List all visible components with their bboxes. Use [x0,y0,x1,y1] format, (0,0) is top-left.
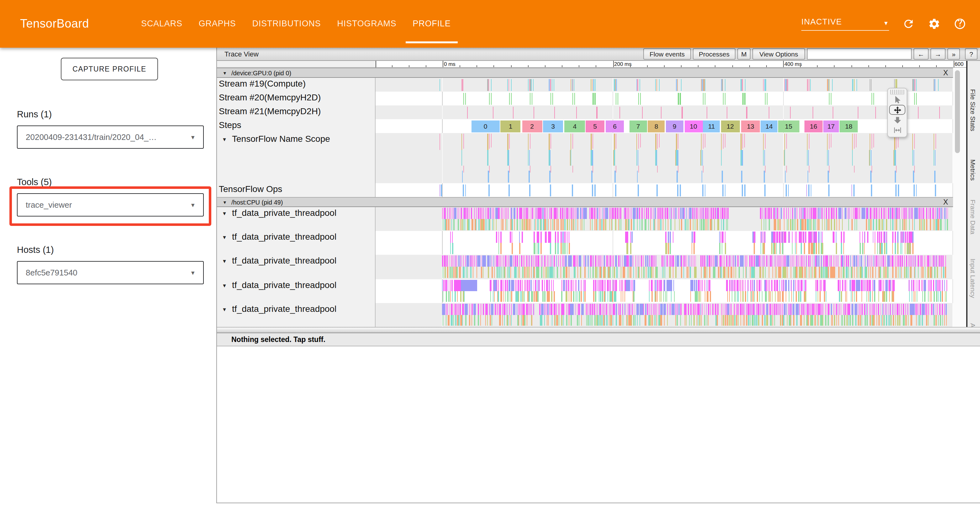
trace-event[interactable] [851,291,851,302]
trace-event[interactable] [854,291,854,302]
trace-event[interactable] [477,256,480,267]
trace-event[interactable] [527,304,528,315]
trace-event[interactable] [706,219,707,230]
trace-event[interactable] [535,256,537,267]
trace-event[interactable] [920,304,921,315]
trace-event[interactable] [593,92,593,104]
trace-event[interactable] [935,315,936,326]
trace-event[interactable] [491,92,492,104]
trace-event[interactable] [707,208,709,219]
trace-event[interactable] [886,291,888,302]
trace-event[interactable] [824,279,825,291]
trace-event[interactable] [728,267,730,278]
trace-event[interactable] [901,267,902,278]
trace-event[interactable] [705,92,705,104]
trace-event[interactable] [729,279,730,291]
trace-event[interactable] [445,279,447,291]
trace-event[interactable] [448,219,449,230]
trace-event[interactable] [541,304,544,315]
trace-event[interactable] [726,279,728,291]
trace-event[interactable] [758,304,759,315]
trace-event[interactable] [935,279,937,291]
trace-event[interactable] [788,279,789,291]
trace-event[interactable] [574,304,576,315]
trace-event[interactable] [555,208,557,219]
trace-event[interactable] [656,79,657,91]
trace-event[interactable] [808,267,809,278]
trace-event[interactable] [507,256,508,267]
trace-event[interactable] [638,92,639,104]
trace-event[interactable] [533,291,535,302]
trace-event[interactable] [460,256,461,267]
trace-event[interactable] [694,243,695,254]
trace-event[interactable] [894,208,894,219]
trace-event[interactable] [839,304,840,315]
trace-event[interactable] [445,304,447,315]
trace-event[interactable] [900,267,900,278]
trace-event[interactable] [485,208,486,219]
trace-event[interactable] [910,256,910,267]
trace-event[interactable] [889,291,890,302]
trace-event[interactable] [523,315,524,326]
trace-event[interactable] [852,291,853,302]
trace-event[interactable] [899,304,900,315]
trace-event[interactable] [790,304,792,315]
trace-event[interactable] [465,184,466,196]
trace-event[interactable] [550,231,551,243]
trace-event[interactable] [745,256,746,267]
trace-event[interactable] [732,279,733,291]
trace-event[interactable] [933,219,934,230]
trace-event[interactable] [700,219,700,230]
trace-event[interactable] [576,291,576,302]
trace-event[interactable] [767,92,767,104]
trace-event[interactable] [507,79,508,91]
trace-event[interactable] [489,166,490,172]
track-label-cell[interactable]: ▼tf_data_private_threadpool [217,255,375,279]
trace-event[interactable] [527,291,528,302]
trace-event[interactable] [885,256,886,267]
trace-event[interactable] [594,315,596,326]
trace-event[interactable] [648,267,649,278]
trace-event[interactable] [760,256,761,267]
trace-event[interactable] [889,304,890,315]
trace-event[interactable] [573,166,573,172]
trace-event[interactable] [759,256,760,267]
trace-event[interactable] [890,256,891,267]
trace-event[interactable] [941,267,942,278]
trace-event[interactable] [922,304,925,315]
trace-event[interactable] [891,279,891,291]
trace-event[interactable] [830,256,831,267]
trace-event[interactable] [681,219,682,230]
trace-event[interactable] [633,256,633,267]
trace-event[interactable] [517,279,518,291]
trace-event[interactable] [941,219,942,230]
trace-event[interactable] [838,267,840,278]
trace-event[interactable] [766,279,767,291]
trace-event[interactable] [934,315,935,326]
trace-event[interactable] [931,304,933,315]
trace-event[interactable] [648,208,649,219]
trace-event[interactable] [795,279,796,291]
trace-event[interactable] [600,304,601,315]
trace-event[interactable] [721,219,722,230]
trace-event[interactable] [546,279,547,291]
trace-event[interactable] [928,304,929,315]
trace-event[interactable] [573,134,573,149]
m-button[interactable]: M [737,48,751,60]
hosts-select[interactable]: 8efc5e791540 ▼ [17,261,204,284]
trace-event[interactable] [651,279,653,291]
trace-event[interactable] [452,208,453,219]
trace-event[interactable] [791,315,792,326]
trace-event[interactable] [880,304,881,315]
trace-event[interactable] [621,267,621,278]
trace-event[interactable] [537,243,537,254]
scrollbar-thumb[interactable] [955,70,960,153]
trace-event[interactable] [675,256,676,267]
trace-event[interactable] [657,315,657,326]
trace-event[interactable] [843,231,845,243]
trace-event[interactable] [788,184,789,196]
trace-event[interactable] [640,315,640,326]
trace-event[interactable] [673,267,673,278]
trace-event[interactable] [734,291,735,302]
trace-event[interactable] [708,291,709,302]
